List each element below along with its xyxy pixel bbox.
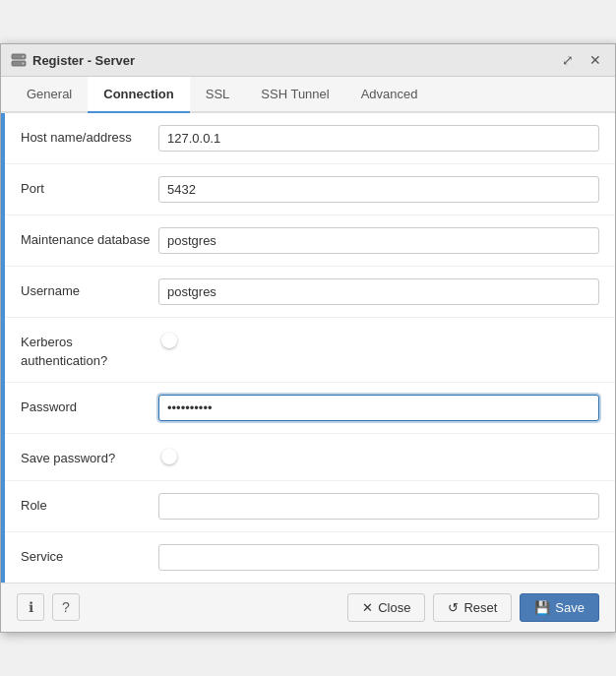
toggle-thumb-save-password <box>161 449 177 464</box>
server-icon <box>11 52 27 68</box>
host-input[interactable] <box>158 125 599 152</box>
close-label: Close <box>378 600 410 615</box>
tab-ssh-tunnel[interactable]: SSH Tunnel <box>245 77 344 113</box>
field-control-password <box>158 395 599 421</box>
field-label-save-password: Save password? <box>21 446 158 467</box>
field-control-port <box>158 176 599 203</box>
save-label: Save <box>555 600 585 615</box>
dialog: Register - Server ⤢ ✕ General Connection… <box>0 43 616 632</box>
field-label-port: Port <box>21 176 158 198</box>
toggle-thumb-kerberos <box>161 333 177 348</box>
role-input[interactable] <box>158 493 599 520</box>
field-control-service <box>158 544 599 571</box>
field-control-username <box>158 278 599 305</box>
field-label-role: Role <box>21 493 158 515</box>
field-row-username: Username <box>5 267 615 318</box>
footer-left: ℹ ? <box>17 593 80 621</box>
maintenance-db-input[interactable] <box>158 227 599 254</box>
field-control-kerberos <box>158 330 599 344</box>
footer-right: ✕ Close ↺ Reset 💾 Save <box>347 593 599 622</box>
field-label-maintenance-db: Maintenance database <box>21 227 158 249</box>
title-bar-right: ⤢ ✕ <box>558 50 605 70</box>
reset-icon: ↺ <box>448 600 459 615</box>
close-icon: ✕ <box>362 600 373 615</box>
field-control-save-password <box>158 446 599 461</box>
port-input[interactable] <box>158 176 599 203</box>
field-control-role <box>158 493 599 520</box>
svg-point-3 <box>23 63 25 65</box>
field-control-maintenance-db <box>158 227 599 254</box>
field-row-host: Host name/address <box>5 113 615 164</box>
title-bar: Register - Server ⤢ ✕ <box>1 44 615 77</box>
tab-ssl[interactable]: SSL <box>190 77 246 113</box>
tabs-bar: General Connection SSL SSH Tunnel Advanc… <box>1 77 615 113</box>
field-row-save-password: Save password? <box>5 434 615 481</box>
field-label-kerberos: Kerberos authentication? <box>21 330 158 369</box>
save-icon: 💾 <box>534 600 550 615</box>
form-content: Host name/address Port Maintenance datab… <box>1 113 615 582</box>
footer: ℹ ? ✕ Close ↺ Reset 💾 Save <box>1 583 615 632</box>
field-row-port: Port <box>5 164 615 215</box>
close-dialog-button[interactable]: ✕ Close <box>347 593 425 622</box>
field-control-host <box>158 125 599 152</box>
info-button[interactable]: ℹ <box>17 593 44 621</box>
field-label-password: Password <box>21 395 158 416</box>
help-button[interactable]: ? <box>52 593 80 621</box>
info-icon: ℹ <box>29 599 33 615</box>
password-input[interactable] <box>158 395 599 421</box>
reset-button[interactable]: ↺ Reset <box>433 593 512 622</box>
window-title: Register - Server <box>32 53 135 68</box>
field-label-username: Username <box>21 278 158 300</box>
maximize-button[interactable]: ⤢ <box>558 50 578 70</box>
tab-connection[interactable]: Connection <box>88 77 190 113</box>
field-row-kerberos: Kerberos authentication? <box>5 318 615 382</box>
tab-advanced[interactable]: Advanced <box>345 77 434 113</box>
save-button[interactable]: 💾 Save <box>520 593 599 622</box>
field-row-password: Password <box>5 383 615 434</box>
svg-point-2 <box>23 56 25 58</box>
username-input[interactable] <box>158 278 599 305</box>
field-label-host: Host name/address <box>21 125 158 147</box>
tab-general[interactable]: General <box>11 77 88 113</box>
title-bar-left: Register - Server <box>11 52 135 68</box>
service-input[interactable] <box>158 544 599 571</box>
field-row-maintenance-db: Maintenance database <box>5 215 615 267</box>
reset-label: Reset <box>463 600 497 615</box>
side-accent <box>1 113 5 582</box>
field-label-service: Service <box>21 544 158 566</box>
field-row-service: Service <box>5 532 615 583</box>
field-row-role: Role <box>5 481 615 532</box>
close-button[interactable]: ✕ <box>585 50 605 70</box>
help-icon: ? <box>62 599 70 615</box>
